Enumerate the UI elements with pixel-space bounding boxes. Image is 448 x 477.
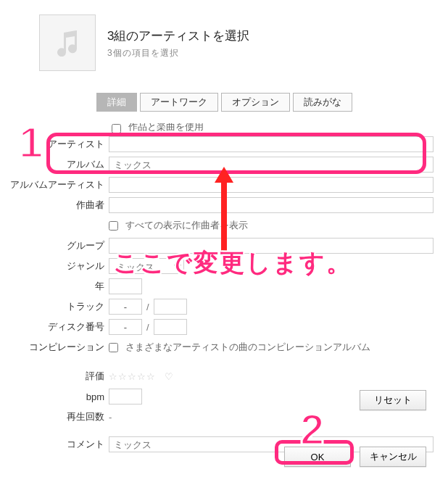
header-text: 3組のアーティストを選択 3個の項目を選択	[107, 14, 249, 71]
composer-label: 作曲者	[0, 199, 109, 212]
year-label: 年	[0, 280, 109, 293]
tab-details[interactable]: 詳細	[96, 93, 137, 112]
group-label: グループ	[0, 239, 109, 252]
ok-button[interactable]: OK	[284, 447, 351, 467]
disc-separator: /	[146, 322, 149, 333]
tab-sorting[interactable]: 読みがな	[293, 93, 352, 112]
playcount-value: -	[109, 412, 112, 423]
artwork-placeholder	[39, 14, 96, 71]
header-title: 3組のアーティストを選択	[107, 28, 249, 44]
tab-artwork[interactable]: アートワーク	[140, 93, 218, 112]
music-note-icon	[55, 29, 80, 57]
playcount-label: 再生回数	[0, 410, 109, 423]
artist-input[interactable]	[109, 136, 434, 152]
rating-label: 評価	[0, 370, 109, 383]
use-work-label: 作品と楽曲を使用	[128, 123, 204, 133]
album-artist-input[interactable]	[109, 177, 434, 193]
bpm-label: bpm	[0, 391, 109, 402]
album-artist-label: アルバムアーティスト	[0, 178, 109, 191]
reset-button[interactable]: リセット	[360, 390, 426, 410]
track-label: トラック	[0, 300, 109, 313]
compilation-label: コンピレーション	[0, 341, 109, 354]
show-composer-checkbox[interactable]	[109, 221, 118, 231]
compilation-checkbox[interactable]	[109, 343, 118, 352]
show-composer-label: すべての表示に作曲者を表示	[125, 219, 248, 232]
love-icon[interactable]: ♡	[165, 371, 174, 382]
use-work-checkbox[interactable]	[112, 124, 121, 133]
composer-input[interactable]	[109, 197, 434, 213]
use-work-checkbox-row: 作品と楽曲を使用	[112, 123, 434, 133]
track-separator: /	[146, 302, 149, 312]
disc-total-input[interactable]	[154, 319, 187, 335]
album-input[interactable]	[109, 157, 434, 173]
genre-label: ジャンル	[0, 260, 109, 273]
artist-label: アーティスト	[0, 138, 109, 151]
tab-options[interactable]: オプション	[221, 93, 290, 112]
disc-label: ディスク番号	[0, 320, 109, 333]
tab-bar: 詳細 アートワーク オプション 読みがな	[0, 93, 448, 112]
genre-select[interactable]: ミックス	[109, 258, 184, 274]
rating-stars[interactable]: ☆☆☆☆☆	[109, 371, 156, 382]
cancel-button[interactable]: キャンセル	[360, 447, 426, 467]
year-input[interactable]	[109, 278, 142, 294]
bpm-input[interactable]	[109, 389, 142, 405]
album-label: アルバム	[0, 158, 109, 171]
track-number-input[interactable]	[109, 299, 142, 315]
disc-number-input[interactable]	[109, 319, 142, 335]
header-subtitle: 3個の項目を選択	[107, 47, 249, 59]
group-input[interactable]	[109, 238, 434, 254]
track-total-input[interactable]	[154, 299, 187, 315]
compilation-text: さまざまなアーティストの曲のコンピレーションアルバム	[125, 341, 370, 354]
